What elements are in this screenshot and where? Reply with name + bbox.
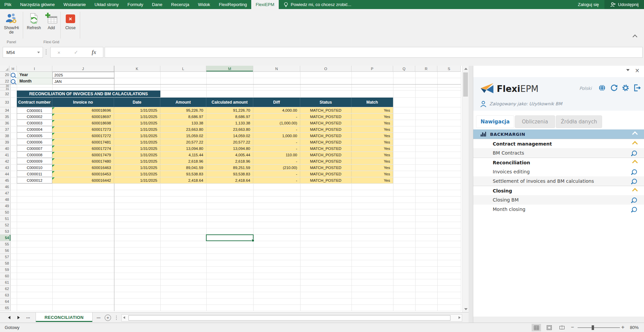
sign-in-button[interactable]: Zaloguj się (573, 0, 604, 9)
cell-match[interactable]: Yes (352, 146, 393, 151)
tree-root-backmargin[interactable]: BACKMARGIN (473, 129, 644, 139)
show-hide-panel-button[interactable]: Show/Hide (2, 11, 21, 35)
tree-item-settlement-of-invoices-and-bm-calculations[interactable]: Settlement of invoices and BM calculatio… (473, 176, 644, 186)
cell-diff[interactable]: 110.00 (253, 152, 300, 158)
cell-calculated-amount[interactable]: 20,577.22 (206, 139, 253, 145)
settings-gear-icon[interactable] (622, 84, 630, 93)
formula-input[interactable] (105, 47, 643, 58)
sheet-ellipsis-left[interactable]: ... (26, 314, 30, 319)
cell-diff[interactable]: (210.00) (253, 165, 300, 170)
cell-date[interactable]: 1/31/2025 (114, 152, 160, 158)
cell-amount[interactable]: 13,094.80 (160, 146, 206, 151)
cell-invoice-no[interactable]: 600017481 (52, 139, 114, 145)
ribbon-tab-flexireporting[interactable]: FlexiReporting (214, 0, 251, 9)
cell-match[interactable]: Yes (352, 171, 393, 177)
column-header-N[interactable]: N (253, 66, 300, 72)
zoom-slider-thumb[interactable] (592, 325, 594, 330)
sheet-tab-reconciliation[interactable]: RECONCILIATION (36, 313, 93, 322)
name-box-dropdown-icon[interactable] (37, 52, 40, 53)
ribbon-tab-recenzja[interactable]: Recenzja (167, 0, 194, 9)
cell-amount[interactable]: 2,618.96 (160, 158, 206, 164)
vertical-scrollbar[interactable] (462, 66, 469, 312)
cell-amount[interactable]: 23,663.80 (160, 126, 206, 132)
cell-date[interactable]: 1/31/2025 (114, 114, 160, 119)
cell-calculated-amount[interactable]: 14,059.02 (206, 133, 253, 139)
pane-close-icon[interactable]: × (635, 67, 640, 74)
ribbon-tab-dane[interactable]: Dane (148, 0, 167, 9)
cell-amount[interactable]: 20,577.22 (160, 139, 206, 145)
cell-status[interactable]: MATCH_POSTED (300, 165, 352, 170)
tree-section-reconciliation[interactable]: Reconciliation (473, 158, 644, 167)
filter-value-year[interactable]: 2025 (52, 72, 114, 78)
cell-calculated-amount[interactable]: 93,538.83 (206, 171, 253, 177)
cell-status[interactable]: MATCH_POSTED (300, 171, 352, 177)
column-header-J[interactable]: J (52, 66, 114, 72)
zoom-level[interactable]: 80% (630, 325, 639, 330)
cell-invoice-no[interactable]: 600017479 (52, 152, 114, 158)
scroll-left-arrow-icon[interactable] (123, 316, 125, 319)
open-search-icon[interactable] (632, 198, 637, 203)
cell-match[interactable]: Yes (352, 126, 393, 132)
filter-value-month[interactable]: JAN (52, 78, 114, 85)
cell-contract-number[interactable]: C000008 (17, 152, 52, 158)
cell-contract-number[interactable]: C000002 (17, 114, 52, 120)
cell-date[interactable]: 1/31/2025 (114, 177, 160, 183)
column-header-M[interactable]: M (206, 66, 253, 72)
cell-invoice-no[interactable]: 600017480 (52, 158, 114, 164)
open-search-icon[interactable] (632, 169, 637, 174)
collapse-chevron-icon[interactable] (632, 141, 638, 147)
column-header-L[interactable]: L (160, 66, 206, 72)
ribbon-tab-uk-ad-strony[interactable]: Układ strony (90, 0, 123, 9)
cell-invoice-no[interactable]: 600017272 (52, 133, 114, 139)
tree-item-invoices-editing[interactable]: Invoices editing (473, 167, 644, 176)
insert-function-icon[interactable]: fx (92, 49, 96, 55)
collapse-chevron-icon[interactable] (632, 160, 638, 166)
cell-calculated-amount[interactable]: 8,686.97 (206, 114, 253, 119)
tree-item-month-closing[interactable]: Month closing (473, 205, 644, 214)
cell-match[interactable]: Yes (352, 114, 393, 119)
page-layout-view-button[interactable] (544, 324, 554, 331)
ribbon-tab-plik[interactable]: Plik (0, 0, 16, 9)
cell-amount[interactable]: 89,041.59 (160, 165, 206, 170)
collapse-chevron-icon[interactable] (632, 188, 638, 194)
cell-diff[interactable]: - (253, 158, 300, 164)
open-search-icon[interactable] (632, 207, 637, 212)
cell-diff[interactable]: 4,000.00 (253, 107, 300, 113)
scroll-up-arrow-icon[interactable] (464, 68, 468, 70)
zoom-slider-track[interactable] (578, 327, 620, 328)
cell-calculated-amount[interactable]: 2,618.96 (206, 158, 253, 164)
zoom-out-button[interactable]: − (571, 324, 574, 330)
cell-match[interactable]: Yes (352, 107, 393, 113)
collapse-ribbon-button[interactable] (633, 34, 637, 40)
cell-date[interactable]: 1/31/2025 (114, 107, 160, 113)
scroll-right-arrow-icon[interactable] (459, 316, 461, 319)
ribbon-tab-flexiepm[interactable]: FlexiEPM (251, 0, 279, 9)
cell-status[interactable]: MATCH_POSTED (300, 133, 352, 139)
column-header-S[interactable]: S (437, 66, 461, 72)
cell-contract-number[interactable]: C000001 (17, 107, 52, 114)
cell-calculated-amount[interactable]: 23,663.80 (206, 126, 253, 132)
fill-handle[interactable] (252, 239, 254, 242)
formula-bar-handle[interactable] (46, 49, 47, 55)
cell-date[interactable]: 1/31/2025 (114, 171, 160, 177)
cell-calculated-amount[interactable]: 91,226.70 (206, 107, 253, 113)
column-header-Q[interactable]: Q (393, 66, 415, 72)
logout-door-icon[interactable] (633, 84, 641, 93)
cell-date[interactable]: 1/31/2025 (114, 139, 160, 145)
cell-date[interactable]: 1/31/2025 (114, 120, 160, 126)
collapse-chevron-icon[interactable] (632, 131, 638, 137)
ribbon-tab-formu-y[interactable]: Formuły (123, 0, 148, 9)
cell-diff[interactable]: - (253, 146, 300, 151)
panel-tab-źródła-danych[interactable]: Źródła danych (556, 115, 602, 128)
selected-cell-M54[interactable] (206, 234, 254, 241)
cell-invoice-no[interactable]: 600016442 (52, 177, 114, 183)
new-sheet-button[interactable]: + (105, 315, 111, 321)
next-sheet-button[interactable] (17, 316, 20, 319)
cell-status[interactable]: MATCH_POSTED (300, 139, 352, 145)
ribbon-tab-wstawianie[interactable]: Wstawianie (59, 0, 90, 9)
cell-contract-number[interactable]: C000007 (17, 146, 52, 152)
cell-diff[interactable]: - (253, 139, 300, 145)
vertical-scrollbar-thumb[interactable] (463, 72, 468, 97)
cell-invoice-no[interactable]: 600018698 (52, 120, 114, 126)
cell-date[interactable]: 1/31/2025 (114, 146, 160, 151)
